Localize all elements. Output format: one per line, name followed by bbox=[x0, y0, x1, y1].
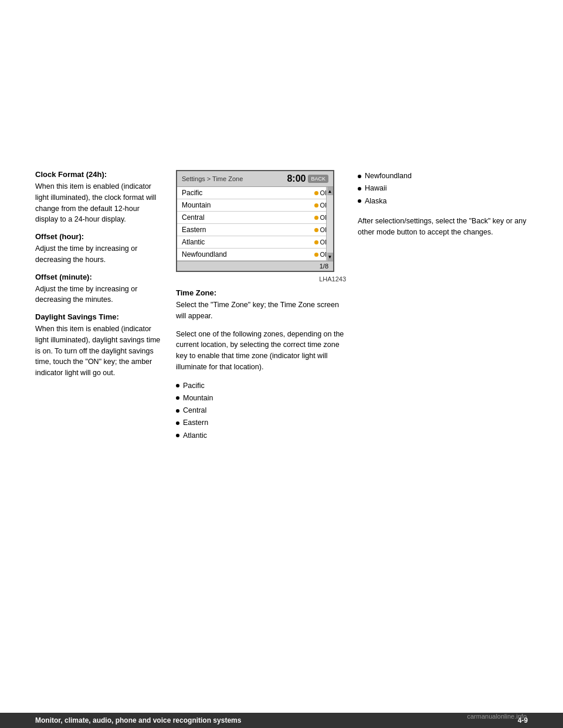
list-item-mountain: Mountain bbox=[176, 392, 346, 404]
timezone-label-mountain: Mountain bbox=[182, 201, 314, 209]
scroll-up-button[interactable]: ▲ bbox=[327, 187, 333, 195]
middle-column: Settings > Time Zone 8:00 BACK Pacific O… bbox=[176, 170, 346, 448]
list-item-hawaii: Hawaii bbox=[358, 182, 528, 195]
device-screen: Settings > Time Zone 8:00 BACK Pacific O… bbox=[176, 170, 334, 272]
indicator-dot-central bbox=[314, 216, 318, 220]
list-item-alaska: Alaska bbox=[358, 195, 528, 207]
indicator-dot-atlantic bbox=[314, 240, 318, 244]
timezone-label-newfoundland: Newfoundland bbox=[182, 250, 314, 258]
timezone-row-mountain[interactable]: Mountain ON bbox=[177, 199, 333, 212]
left-column: Clock Format (24h): When this item is en… bbox=[35, 170, 164, 386]
list-item-central: Central bbox=[176, 404, 346, 417]
timezone-row-atlantic[interactable]: Atlantic ON bbox=[177, 236, 333, 249]
section-title-offset-minute: Offset (minute): bbox=[35, 273, 164, 281]
indicator-dot-eastern bbox=[314, 228, 318, 232]
timezone-row-newfoundland[interactable]: Newfoundland ON bbox=[177, 249, 333, 261]
device-breadcrumb: Settings > Time Zone bbox=[182, 175, 243, 182]
right-column: Newfoundland Hawaii Alaska After selecti… bbox=[358, 170, 528, 244]
after-selection-text: After selection/settings, select the "Ba… bbox=[358, 216, 528, 238]
section-body-offset-hour: Adjust the time by increasing or decreas… bbox=[35, 243, 164, 266]
section-body-offset-minute: Adjust the time by increasing or decreas… bbox=[35, 284, 164, 306]
indicator-dot-newfoundland bbox=[314, 253, 318, 257]
section-body-clock-format: When this item is enabled (indicator lig… bbox=[35, 181, 164, 225]
back-button[interactable]: BACK bbox=[308, 175, 328, 183]
device-time: 8:00 bbox=[287, 174, 306, 184]
timezone-intro1: Select the "Time Zone" key; the Time Zon… bbox=[176, 300, 346, 322]
timezone-label-atlantic: Atlantic bbox=[182, 238, 314, 246]
list-item-pacific: Pacific bbox=[176, 380, 346, 392]
timezone-intro2: Select one of the following zones, depen… bbox=[176, 329, 346, 373]
section-body-dst: When this item is enabled (indicator lig… bbox=[35, 324, 164, 379]
scrollbar[interactable]: ▲ ▼ bbox=[326, 187, 333, 261]
timezone-label-pacific: Pacific bbox=[182, 189, 314, 197]
device-header: Settings > Time Zone 8:00 BACK bbox=[177, 171, 333, 187]
timezone-label-eastern: Eastern bbox=[182, 226, 314, 234]
timezone-bullet-list: Pacific Mountain Central Eastern Atlanti… bbox=[176, 380, 346, 442]
list-item-atlantic: Atlantic bbox=[176, 430, 346, 442]
footer-label: Monitor, climate, audio, phone and voice… bbox=[35, 716, 241, 724]
timezone-rows: Pacific ON Mountain ON bbox=[177, 187, 333, 261]
section-title-clock-format: Clock Format (24h): bbox=[35, 170, 164, 179]
timezone-row-eastern[interactable]: Eastern ON bbox=[177, 224, 333, 236]
list-item-eastern: Eastern bbox=[176, 417, 346, 429]
device-header-right: 8:00 BACK bbox=[287, 174, 328, 184]
section-title-offset-hour: Offset (hour): bbox=[35, 232, 164, 241]
device-footer: 1/8 bbox=[177, 261, 333, 271]
scroll-down-button[interactable]: ▼ bbox=[327, 253, 333, 261]
indicator-dot-pacific bbox=[314, 191, 318, 195]
timezone-label-central: Central bbox=[182, 213, 314, 222]
additional-timezone-list: Newfoundland Hawaii Alaska bbox=[358, 170, 528, 207]
lha-label: LHA1243 bbox=[176, 275, 346, 283]
watermark: carmanualonline.info bbox=[467, 713, 527, 720]
timezone-row-central[interactable]: Central ON bbox=[177, 212, 333, 224]
timezone-row-pacific[interactable]: Pacific ON bbox=[177, 187, 333, 199]
indicator-dot-mountain bbox=[314, 203, 318, 207]
timezone-rows-wrapper: Pacific ON Mountain ON bbox=[177, 187, 333, 261]
list-item-newfoundland: Newfoundland bbox=[358, 170, 528, 182]
section-title-dst: Daylight Savings Time: bbox=[35, 312, 164, 321]
timezone-section-title: Time Zone: bbox=[176, 288, 346, 297]
